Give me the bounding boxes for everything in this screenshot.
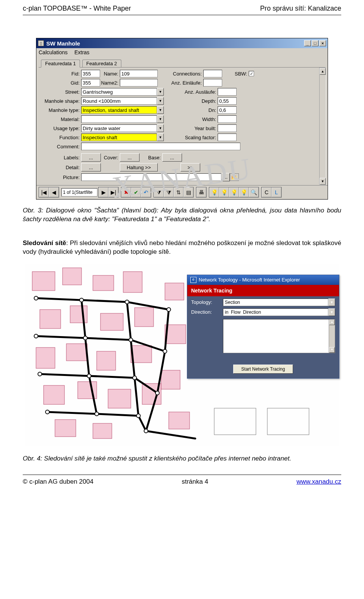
gid-field[interactable] [81, 79, 100, 86]
folder-open-icon[interactable]: 📂 [230, 173, 239, 181]
bulb2-icon[interactable]: 💡 [219, 187, 229, 197]
footer-link[interactable]: www.xanadu.cz [297, 478, 341, 486]
figure-3-caption: Obr. 3: Dialogové okno "Šachta" (hlavní … [23, 206, 341, 224]
bulb4-icon[interactable]: 💡 [239, 187, 249, 197]
connections-field[interactable] [203, 70, 222, 77]
street-dropdown-icon[interactable]: ▼ [157, 88, 164, 96]
name-field[interactable] [120, 70, 158, 77]
scaling-field[interactable] [218, 134, 237, 141]
svg-point-27 [125, 300, 129, 304]
nav-prev-button[interactable]: ◀ [49, 187, 59, 197]
delete-icon[interactable]: ✖ [121, 187, 131, 197]
header-rule [23, 15, 341, 15]
nt-direction-dropdown-icon[interactable]: ▼ [328, 308, 335, 316]
nt-topology-select[interactable] [223, 299, 328, 306]
street-field[interactable] [81, 88, 157, 96]
list-item[interactable]: WW_MANHOLE 214 [225, 327, 333, 333]
name2-field[interactable] [120, 79, 158, 86]
labels-button[interactable]: ... [81, 153, 101, 162]
scroll-up-icon[interactable]: ▲ [320, 68, 326, 75]
comment-field[interactable] [81, 143, 240, 150]
filter-icon[interactable]: ⧩ [154, 187, 164, 197]
svg-point-28 [167, 308, 171, 311]
bulb3-icon[interactable]: 💡 [229, 187, 239, 197]
function-dropdown-icon[interactable]: ▼ [157, 134, 164, 141]
list-scrollbar[interactable]: ▲▼ [329, 319, 335, 353]
svg-point-30 [155, 391, 159, 395]
menu-extras[interactable]: Extras [74, 49, 89, 55]
list-item[interactable]: WW_MANHLOE 216 [225, 339, 333, 345]
menubar: Calculations Extras [36, 48, 328, 57]
list-item[interactable]: WW_MANHOLE 213 [225, 321, 333, 327]
detail-button[interactable]: ... [81, 163, 101, 171]
footer-page-number: stránka 4 [182, 478, 208, 486]
scroll-down-icon[interactable]: ▼ [320, 178, 326, 185]
nt-topology-dropdown-icon[interactable]: ▼ [328, 299, 335, 306]
material-dropdown-icon[interactable]: ▼ [157, 115, 164, 123]
sbw-checkbox[interactable]: ✓ [249, 71, 254, 76]
manhole-type-field[interactable] [81, 106, 157, 114]
nav-next-button[interactable]: ▶ [99, 187, 108, 197]
width-field[interactable] [218, 115, 237, 123]
label-usage-type: Usage type: [39, 126, 81, 131]
nt-result-list[interactable]: WW_MANHOLE 213 WW_MANHOLE 214 WW_MANHOLE… [223, 319, 335, 353]
sort-icon[interactable]: ⇅ [174, 187, 184, 197]
tab-featuredata1[interactable]: Featuredata 1 [41, 60, 80, 68]
cover-button[interactable]: ... [120, 153, 140, 162]
anz-einlaufe-field[interactable] [203, 79, 222, 86]
list-item[interactable]: WW_MANHOLE 215 [225, 333, 333, 339]
depth-field[interactable] [218, 97, 237, 105]
label-sbw: SBW: [222, 71, 249, 77]
nav-first-button[interactable]: |◀ [39, 187, 49, 197]
sheet-icon[interactable]: ▤ [184, 187, 193, 197]
mshape-dropdown-icon[interactable]: ▼ [157, 97, 164, 105]
start-network-tracing-button[interactable]: Start Network Tracing [233, 365, 293, 374]
manhole-shape-field[interactable] [81, 97, 157, 105]
svg-point-34 [129, 338, 133, 342]
material-field[interactable] [81, 115, 157, 123]
anz-auslaufe-field[interactable] [218, 88, 237, 96]
svg-rect-12 [131, 346, 152, 363]
svg-rect-9 [36, 347, 55, 368]
nt-topology-label: Topology: [191, 299, 223, 305]
svg-rect-7 [100, 313, 123, 330]
nt-titlebar: e Network Topology - Microsoft Internet … [187, 275, 339, 285]
sw-manhole-dialog: ▯ SW Manhole _ □ × Calculations Extras F… [36, 38, 328, 200]
minimize-button[interactable]: _ [304, 40, 311, 46]
form-scrollbar[interactable]: ▲ ▼ [319, 68, 326, 185]
svg-rect-21 [161, 370, 180, 389]
maximize-button[interactable]: □ [312, 40, 318, 46]
toolbar-l[interactable]: L [271, 187, 281, 197]
close-button[interactable]: × [319, 40, 326, 46]
filter-off-icon[interactable]: ⧩̸ [164, 187, 174, 197]
dn-field[interactable] [218, 106, 237, 114]
picture-field[interactable] [81, 173, 221, 181]
picture-browse-button[interactable]: ... [221, 173, 230, 181]
usage-type-field[interactable] [81, 124, 157, 132]
bulb1-icon[interactable]: 💡 [209, 187, 219, 197]
network-tracing-paragraph: Sledování sítě: Při sledování vnějších v… [23, 239, 341, 256]
nt-direction-select[interactable] [223, 308, 328, 316]
undo-icon[interactable]: ↶ [141, 187, 151, 197]
print-icon[interactable]: 🖶 [196, 187, 206, 197]
nt-window-title: Network Topology - Microsoft Internet Ex… [199, 277, 300, 283]
year-built-field[interactable] [218, 124, 237, 132]
svg-rect-6 [70, 306, 87, 323]
svg-rect-20 [165, 325, 186, 344]
fid-field[interactable] [81, 70, 100, 77]
mtype-dropdown-icon[interactable]: ▼ [157, 106, 164, 114]
nav-last-button[interactable]: ▶| [108, 187, 118, 197]
usage-dropdown-icon[interactable]: ▼ [157, 124, 164, 132]
function-field[interactable] [81, 134, 157, 141]
label-width: Width: [164, 116, 218, 122]
forward-button[interactable]: >> [180, 163, 200, 171]
svg-point-32 [34, 334, 38, 338]
haltung-button[interactable]: Haltung >> [120, 163, 158, 171]
base-button[interactable]: ... [162, 153, 182, 162]
label-comment: Comment: [39, 144, 81, 149]
toolbar-c[interactable]: C [262, 187, 271, 197]
confirm-icon[interactable]: ✔ [131, 187, 141, 197]
tab-featuredata2[interactable]: Featuredata 2 [82, 60, 121, 67]
menu-calculations[interactable]: Calculations [39, 49, 67, 55]
zoom-icon[interactable]: 🔍 [249, 187, 259, 197]
